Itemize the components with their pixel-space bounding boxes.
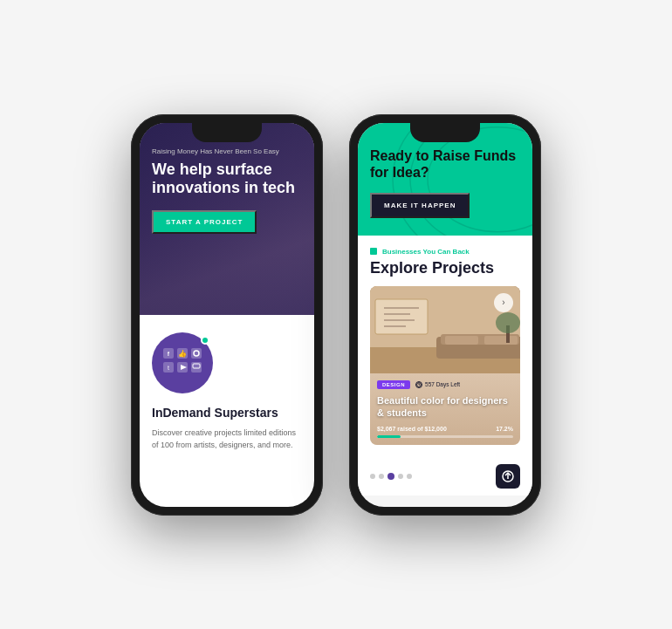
right-phone-inner: Ready to Raise Funds for Idea? MAKE IT H… — [358, 123, 532, 507]
svg-text:👍: 👍 — [178, 349, 187, 358]
social-icons-svg: f 👍 t — [163, 348, 202, 378]
svg-point-28 — [496, 312, 520, 333]
dots-navigation — [370, 473, 412, 480]
start-project-button[interactable]: START A PROJECT — [152, 210, 257, 234]
notch-right — [410, 123, 480, 142]
dot-1[interactable] — [370, 474, 375, 479]
right-phone: Ready to Raise Funds for Idea? MAKE IT H… — [349, 114, 541, 516]
hero-title: We help surface innovations in tech — [152, 161, 302, 198]
make-it-happen-button[interactable]: MAKE IT HAPPEN — [370, 193, 470, 218]
svg-rect-25 — [445, 336, 478, 345]
explore-title: Explore Projects — [370, 259, 520, 277]
funding-info: $2,067 raised of $12,000 17.2% — [377, 426, 513, 432]
project-card-title: Beautiful color for designers & students — [377, 394, 513, 420]
svg-rect-4 — [191, 348, 202, 359]
dot-2[interactable] — [379, 474, 384, 479]
bottom-nav — [358, 457, 532, 496]
dot-4[interactable] — [398, 474, 403, 479]
businesses-label: Businesses You Can Back — [382, 248, 470, 256]
feature-section: f 👍 t — [140, 315, 314, 469]
feature-icon-circle: f 👍 t — [152, 332, 213, 393]
hero-tagline: Raising Money Has Never Been So Easy — [152, 147, 302, 155]
project-info: DESIGN 557 Days Left Beautiful color for… — [370, 373, 520, 446]
upload-icon — [502, 470, 514, 482]
dot-5[interactable] — [407, 474, 412, 479]
project-card: › DESIGN 557 Days Left Beau — [370, 286, 520, 446]
percent-text: 17.2% — [496, 426, 513, 432]
feature-title: InDemand Superstars — [152, 406, 278, 420]
design-tag: DESIGN — [377, 380, 410, 389]
project-image: › — [370, 286, 520, 373]
phones-container: Raising Money Has Never Been So Easy We … — [113, 97, 559, 533]
days-left: 557 Days Left — [415, 381, 460, 388]
explore-label: Businesses You Can Back — [370, 248, 520, 256]
svg-rect-26 — [484, 336, 518, 345]
notch-left — [192, 123, 262, 142]
left-phone-inner: Raising Money Has Never Been So Easy We … — [140, 123, 314, 507]
clock-icon — [415, 381, 422, 388]
feature-description: Discover creative projects limited editi… — [152, 427, 302, 452]
explore-section: Businesses You Can Back Explore Projects — [358, 236, 532, 458]
label-accent-dot — [370, 248, 377, 255]
hero-section: Raising Money Has Never Been So Easy We … — [140, 123, 314, 315]
svg-rect-18 — [375, 299, 428, 334]
svg-text:t: t — [168, 365, 169, 371]
raise-title: Ready to Raise Funds for Idea? — [370, 147, 520, 181]
left-phone: Raising Money Has Never Been So Easy We … — [131, 114, 323, 516]
progress-fill — [377, 435, 401, 438]
icon-status-dot — [201, 336, 209, 345]
bookmark-button[interactable]: › — [494, 293, 513, 312]
project-tags: DESIGN 557 Days Left — [377, 380, 513, 389]
raised-text: $2,067 raised of $12,000 — [377, 426, 447, 432]
dot-3-active[interactable] — [387, 473, 394, 480]
progress-bar — [377, 435, 513, 438]
upload-button[interactable] — [496, 464, 520, 489]
